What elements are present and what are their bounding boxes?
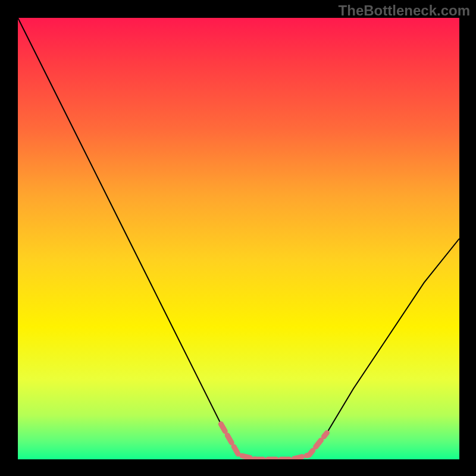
optimal-zone-accent (221, 424, 327, 459)
watermark-label: TheBottleneck.com (339, 2, 470, 19)
chart-overlay (18, 18, 459, 459)
plot-area (18, 18, 459, 459)
chart-container: TheBottleneck.com (0, 0, 476, 476)
bottleneck-curve (18, 18, 459, 459)
